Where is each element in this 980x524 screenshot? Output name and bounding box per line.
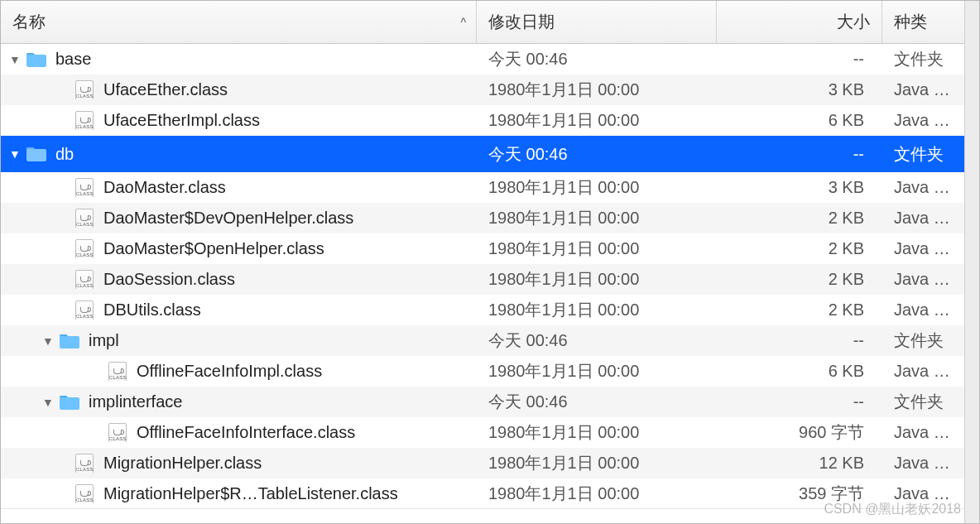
folder-row[interactable]: ▼ base今天 00:46--文件夹 — [1, 44, 964, 75]
cell-date: 今天 00:46 — [477, 391, 717, 413]
cell-kind: Java 类文 — [882, 79, 964, 101]
file-row[interactable]: CLASS UfaceEtherImpl.class1980年1月1日 00:0… — [1, 105, 964, 136]
file-name-label: db — [55, 145, 74, 164]
column-header-size-label: 大小 — [837, 11, 870, 33]
file-row[interactable]: CLASS UfaceEther.class1980年1月1日 00:003 K… — [1, 75, 964, 105]
file-row[interactable]: CLASS OfflineFaceInfoInterface.class1980… — [1, 417, 964, 448]
file-name-label: OfflineFaceInfoImpl.class — [137, 362, 322, 381]
cell-kind: 文件夹 — [882, 143, 964, 166]
cell-size: 2 KB — [717, 239, 882, 258]
file-row[interactable]: CLASS DaoSession.class1980年1月1日 00:002 K… — [1, 264, 964, 295]
cell-name: CLASS UfaceEtherImpl.class — [1, 111, 477, 130]
cell-size: 359 字节 — [717, 483, 882, 505]
file-list[interactable]: ▼ base今天 00:46--文件夹 CLASS UfaceEther.cla… — [1, 44, 979, 508]
file-row[interactable]: CLASS MigrationHelper$R…TableListener.cl… — [1, 478, 964, 508]
class-file-icon: CLASS — [75, 454, 94, 473]
folder-icon — [59, 393, 80, 411]
cell-date: 1980年1月1日 00:00 — [477, 109, 717, 132]
cell-name: ▼ impl — [1, 331, 477, 350]
cell-date: 今天 00:46 — [477, 48, 717, 70]
cell-size: 2 KB — [717, 209, 882, 228]
column-header-date[interactable]: 修改日期 — [477, 1, 717, 43]
cell-size: -- — [717, 331, 882, 350]
class-file-icon-wrap: CLASS — [74, 240, 95, 258]
vertical-scrollbar[interactable] — [964, 1, 979, 523]
cell-name: ▼ implinterface — [1, 392, 477, 411]
cell-date: 今天 00:46 — [477, 329, 717, 352]
cell-kind: Java 类文 — [882, 421, 964, 444]
class-file-icon: CLASS — [75, 178, 94, 197]
cell-name: CLASS DaoMaster.class — [1, 178, 477, 197]
class-file-icon-wrap: CLASS — [74, 112, 95, 130]
folder-icon — [26, 145, 47, 163]
cell-size: -- — [717, 392, 882, 411]
file-row[interactable]: CLASS DBUtils.class1980年1月1日 00:002 KBJa… — [1, 295, 964, 325]
cell-size: 3 KB — [717, 178, 882, 197]
file-row[interactable]: CLASS DaoMaster$OpenHelper.class1980年1月1… — [1, 233, 964, 264]
cell-date: 1980年1月1日 00:00 — [477, 360, 717, 382]
class-file-icon: CLASS — [75, 80, 94, 99]
file-row[interactable]: CLASS MigrationHelper.class1980年1月1日 00:… — [1, 448, 964, 478]
cell-date: 今天 00:46 — [477, 143, 717, 166]
cell-date: 1980年1月1日 00:00 — [477, 238, 717, 260]
column-header-name-label: 名称 — [12, 11, 46, 33]
cell-kind: Java 类文 — [882, 109, 964, 132]
file-row[interactable]: CLASS DaoMaster.class1980年1月1日 00:003 KB… — [1, 172, 964, 203]
cell-name: ▼ base — [1, 50, 477, 69]
cell-name: CLASS MigrationHelper.class — [1, 454, 477, 473]
disclosure-triangle-icon[interactable]: ▼ — [41, 396, 55, 409]
class-file-icon: CLASS — [75, 270, 94, 289]
cell-kind: 文件夹 — [882, 329, 964, 352]
cell-date: 1980年1月1日 00:00 — [477, 452, 717, 474]
folder-row[interactable]: ▼ impl今天 00:46--文件夹 — [1, 325, 964, 356]
cell-name: CLASS DBUtils.class — [1, 300, 477, 320]
column-header-size[interactable]: 大小 — [717, 1, 882, 43]
file-name-label: DaoSession.class — [103, 270, 235, 289]
class-file-icon: CLASS — [75, 111, 94, 130]
table-header: 名称 ^ 修改日期 大小 种类 — [1, 1, 979, 44]
class-file-icon-wrap: CLASS — [74, 209, 95, 228]
cell-name: CLASS DaoMaster$OpenHelper.class — [1, 239, 477, 258]
cell-name: CLASS OfflineFaceInfoInterface.class — [1, 423, 477, 442]
cell-date: 1980年1月1日 00:00 — [477, 421, 717, 444]
disclosure-triangle-icon[interactable]: ▼ — [7, 53, 22, 66]
file-name-label: MigrationHelper.class — [103, 454, 262, 473]
file-name-label: OfflineFaceInfoInterface.class — [137, 423, 355, 442]
cell-date: 1980年1月1日 00:00 — [477, 176, 717, 199]
cell-kind: Java 类文 — [882, 360, 964, 382]
file-name-label: MigrationHelper$R…TableListener.class — [103, 484, 398, 503]
file-name-label: UfaceEther.class — [103, 80, 228, 99]
class-file-icon-wrap: CLASS — [74, 179, 95, 197]
cell-name: CLASS DaoMaster$DevOpenHelper.class — [1, 209, 477, 228]
folder-icon — [26, 50, 47, 69]
column-header-date-label: 修改日期 — [488, 11, 555, 33]
cell-name: CLASS DaoSession.class — [1, 270, 477, 289]
cell-size: 6 KB — [717, 362, 882, 381]
class-file-icon-wrap: CLASS — [74, 485, 95, 503]
cell-date: 1980年1月1日 00:00 — [477, 79, 717, 101]
class-file-icon-wrap: CLASS — [107, 424, 128, 442]
file-name-label: DaoMaster$OpenHelper.class — [103, 239, 324, 258]
disclosure-triangle-icon[interactable]: ▼ — [41, 334, 55, 348]
file-name-label: implinterface — [89, 392, 182, 411]
cell-size: 12 KB — [717, 454, 882, 473]
disclosure-triangle-icon[interactable]: ▼ — [7, 147, 22, 161]
class-file-icon: CLASS — [75, 300, 94, 320]
cell-name: CLASS OfflineFaceInfoImpl.class — [1, 362, 477, 381]
cell-kind: Java 类文 — [882, 176, 964, 199]
cell-date: 1980年1月1日 00:00 — [477, 483, 717, 505]
file-row[interactable]: CLASS DaoMaster$DevOpenHelper.class1980年… — [1, 203, 964, 233]
class-file-icon-wrap: CLASS — [74, 454, 95, 473]
cell-size: -- — [717, 145, 882, 164]
column-header-name[interactable]: 名称 ^ — [1, 1, 477, 43]
file-row[interactable]: CLASS OfflineFaceInfoImpl.class1980年1月1日… — [1, 356, 964, 387]
class-file-icon: CLASS — [75, 484, 94, 503]
cell-kind: 文件夹 — [882, 391, 964, 413]
cell-kind: Java 类文 — [882, 207, 964, 229]
folder-row[interactable]: ▼ db今天 00:46--文件夹 — [1, 136, 964, 172]
cell-date: 1980年1月1日 00:00 — [477, 207, 717, 229]
cell-name: CLASS MigrationHelper$R…TableListener.cl… — [1, 484, 477, 503]
footer-strip — [1, 508, 979, 523]
cell-size: 6 KB — [717, 111, 882, 130]
folder-row[interactable]: ▼ implinterface今天 00:46--文件夹 — [1, 387, 964, 417]
